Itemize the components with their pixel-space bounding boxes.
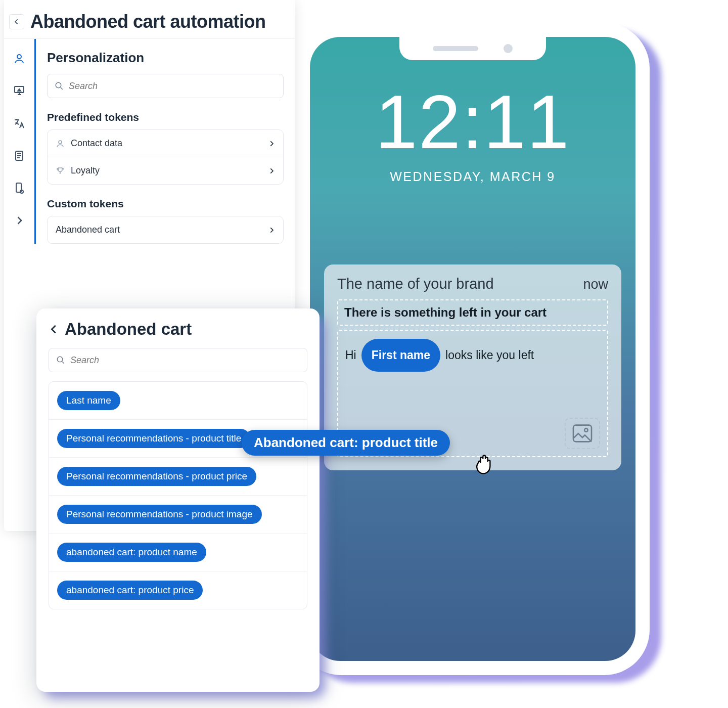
token-chip[interactable]: abandoned cart: product price: [57, 581, 203, 600]
icon-rail: [4, 39, 34, 244]
subpanel-title: Abandoned cart: [65, 320, 192, 339]
chip-row: Personal recommendations - product price: [49, 457, 307, 495]
predefined-label: Loyalty: [71, 165, 100, 176]
section-heading: Personalization: [47, 50, 284, 66]
chip-row: abandoned cart: product price: [49, 571, 307, 609]
svg-point-9: [57, 357, 63, 362]
predefined-token-group: Contact data Loyalty: [47, 129, 284, 185]
notification-time: now: [583, 277, 608, 292]
back-button[interactable]: [9, 14, 24, 29]
panel-title: Abandoned cart automation: [30, 11, 266, 32]
search-icon: [56, 356, 65, 365]
token-first-name[interactable]: First name: [361, 339, 440, 372]
translate-icon[interactable]: [13, 117, 26, 130]
image-icon: [572, 424, 593, 442]
custom-token-group: Abandoned cart: [47, 216, 284, 244]
phone-frame: 12:11 WEDNESDAY, MARCH 9 The name of you…: [296, 23, 650, 675]
chip-row: Last name: [49, 382, 307, 419]
chevron-right-icon: [268, 167, 275, 174]
expand-rail-button[interactable]: [13, 214, 26, 227]
person-icon[interactable]: [13, 52, 26, 65]
person-outline-icon: [56, 139, 65, 148]
svg-point-7: [56, 82, 61, 88]
grab-cursor-icon: [470, 446, 500, 476]
body-text-after-name: looks like you left: [445, 342, 534, 369]
subpanel-back-button[interactable]: [49, 324, 60, 335]
notification-brand: The name of your brand: [337, 276, 494, 292]
subpanel-header: Abandoned cart: [49, 320, 307, 339]
display-icon[interactable]: [13, 84, 26, 98]
chip-row: abandoned cart: product name: [49, 533, 307, 571]
predefined-row-loyalty[interactable]: Loyalty: [48, 157, 283, 184]
notification-title-slot[interactable]: There is something left in your cart: [337, 299, 608, 326]
svg-point-2: [17, 55, 21, 59]
dragging-token-wrapper: Abandoned cart: product title: [242, 430, 450, 456]
notch-speaker: [433, 46, 478, 51]
device-settings-icon[interactable]: [13, 182, 26, 195]
svg-point-1: [584, 428, 588, 432]
predefined-heading: Predefined tokens: [47, 111, 284, 123]
panel-header: Abandoned cart automation: [4, 0, 295, 39]
token-chip[interactable]: Personal recommendations - product price: [57, 467, 256, 486]
subpanel-search-wrapper[interactable]: [49, 348, 307, 372]
lockscreen-time: 12:11: [310, 82, 635, 162]
side-content: Personalization Predefined tokens Contac…: [34, 39, 295, 244]
custom-heading: Custom tokens: [47, 198, 284, 210]
body-text-hi: Hi: [345, 342, 356, 369]
dragging-token[interactable]: Abandoned cart: product title: [242, 430, 450, 456]
notification-image-slot[interactable]: [565, 418, 600, 449]
custom-row-abandoned-cart[interactable]: Abandoned cart: [48, 216, 283, 243]
token-chip[interactable]: Personal recommendations - product image: [57, 505, 262, 524]
chevron-right-icon: [268, 227, 275, 234]
chevron-right-icon: [268, 140, 275, 147]
search-input-wrapper[interactable]: [47, 74, 284, 98]
phone-notch: [399, 37, 546, 60]
trophy-icon: [56, 166, 65, 175]
phone-screen: 12:11 WEDNESDAY, MARCH 9 The name of you…: [310, 37, 635, 661]
form-icon[interactable]: [13, 149, 26, 162]
chevron-left-icon: [49, 324, 60, 335]
notch-camera: [504, 44, 513, 53]
subpanel-search-input[interactable]: [70, 355, 300, 366]
predefined-row-contact-data[interactable]: Contact data: [48, 130, 283, 157]
svg-point-8: [59, 141, 62, 144]
chevron-left-icon: [13, 18, 20, 25]
panel-body: Personalization Predefined tokens Contac…: [4, 39, 295, 244]
notification-header: The name of your brand now: [337, 276, 608, 292]
predefined-label: Contact data: [71, 138, 122, 149]
search-input[interactable]: [69, 81, 276, 92]
token-chip[interactable]: Personal recommendations - product title: [57, 429, 250, 448]
custom-label: Abandoned cart: [56, 225, 120, 235]
token-chip[interactable]: abandoned cart: product name: [57, 543, 206, 562]
lockscreen-date: WEDNESDAY, MARCH 9: [310, 169, 635, 184]
token-chip-list: Last name Personal recommendations - pro…: [49, 381, 307, 609]
search-icon: [55, 81, 64, 91]
chip-row: Personal recommendations - product image: [49, 495, 307, 533]
notification-title: There is something left in your cart: [344, 305, 547, 319]
token-chip[interactable]: Last name: [57, 391, 120, 410]
abandoned-cart-subpanel: Abandoned cart Last name Personal recomm…: [36, 308, 320, 692]
